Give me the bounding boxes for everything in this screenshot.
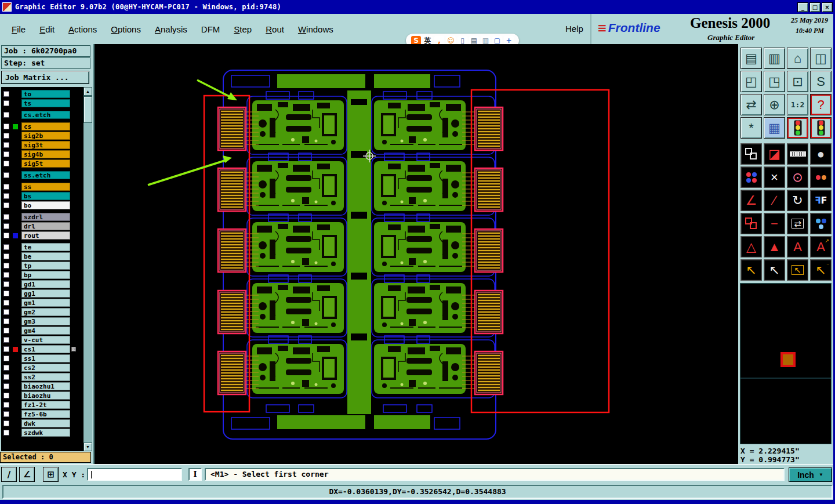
layer-checkbox[interactable] — [3, 309, 9, 315]
layer-checkbox[interactable] — [3, 142, 9, 148]
layer-row-gm3[interactable]: gm3 — [1, 317, 83, 326]
layer-row-bs[interactable]: bs — [1, 191, 83, 201]
layer-row-cs.etch[interactable]: cs.etch — [1, 110, 83, 119]
layer-row-biaozhu[interactable]: biaozhu — [1, 391, 83, 400]
preview-panel[interactable] — [740, 283, 832, 444]
layer-checkbox[interactable] — [3, 151, 9, 157]
zoom-fit-button[interactable]: ⊡ — [787, 71, 808, 92]
layer-row-be[interactable]: be — [1, 252, 83, 261]
tile-windows-button[interactable]: ◫ — [810, 48, 832, 69]
delete-button[interactable]: × — [764, 166, 785, 188]
letter-a-arrow-button[interactable]: A↗ — [810, 236, 832, 258]
xy-input[interactable] — [88, 470, 181, 480]
units-button[interactable]: Inch ▼ — [789, 467, 832, 482]
layer-row-ss[interactable]: ss — [1, 182, 83, 191]
menu-edit[interactable]: Edit — [39, 24, 55, 34]
layer-row-bp[interactable]: bp — [1, 270, 83, 280]
layer-row-cs2[interactable]: cs2 — [1, 363, 83, 372]
layer-row-biaozhu1[interactable]: biaozhu1 — [1, 382, 83, 391]
circle-select-button[interactable]: ⊙ — [787, 166, 808, 188]
pads-button[interactable] — [740, 166, 762, 188]
layer-checkbox[interactable] — [3, 365, 9, 371]
layer-row-gm4[interactable]: gm4 — [1, 326, 83, 335]
layer-row-gg1[interactable]: gg1 — [1, 289, 83, 298]
layer-checkbox[interactable] — [3, 402, 9, 408]
help-mode-button[interactable]: ? — [810, 94, 832, 115]
zoom-prev-button[interactable]: ◰ — [740, 71, 762, 92]
layer-checkbox[interactable] — [3, 133, 9, 139]
grid-snap-button[interactable]: ⊞ — [43, 467, 59, 482]
layer-checkbox[interactable] — [3, 374, 9, 380]
center-view-button[interactable]: ⊕ — [764, 94, 785, 115]
triangle-outline-button[interactable]: △ — [740, 236, 762, 258]
rotate-button[interactable]: ↻ — [787, 190, 808, 211]
menu-windows[interactable]: Windows — [298, 24, 333, 34]
scroll-thumb[interactable] — [84, 96, 92, 123]
layer-checkbox[interactable] — [3, 356, 9, 361]
layer-row-fz1-2t[interactable]: fz1-2t — [1, 400, 83, 409]
menu-step[interactable]: Step — [234, 24, 252, 34]
select-cursor-button[interactable]: ↖ — [740, 259, 762, 281]
layer-checkbox[interactable] — [3, 172, 9, 178]
menu-help[interactable]: Help — [565, 14, 583, 44]
slant-line-button[interactable]: ∕ — [764, 190, 785, 211]
layer-checkbox[interactable] — [3, 337, 9, 343]
menu-rout[interactable]: Rout — [266, 24, 284, 34]
layer-row-fz5-6b[interactable]: fz5-6b — [1, 409, 83, 419]
layer-row-sig3t[interactable]: sig3t — [1, 140, 83, 150]
layer-row-rout[interactable]: rout — [1, 231, 83, 240]
layer-checkbox[interactable] — [3, 112, 9, 118]
layer-checkbox[interactable] — [3, 300, 9, 306]
save-screen-button[interactable]: ▤ — [740, 48, 762, 69]
grid-toggle-button[interactable]: ▦ — [764, 117, 785, 139]
restore-button[interactable]: □ — [809, 2, 821, 12]
triangle-fill-button[interactable]: ▲ — [764, 236, 785, 258]
layer-row-ss1[interactable]: ss1 — [1, 354, 83, 363]
ruler-button[interactable] — [787, 143, 808, 165]
layer-row-sig4b[interactable]: sig4b — [1, 150, 83, 159]
layer-checkbox[interactable] — [3, 383, 9, 389]
transform-box-button[interactable]: ⇄ — [787, 213, 808, 234]
layer-row-bo[interactable]: bo — [1, 201, 83, 210]
layer-checkbox[interactable] — [3, 253, 9, 259]
corner-shape-button[interactable]: ◪ — [764, 143, 785, 165]
layer-checkbox[interactable] — [3, 420, 9, 426]
layer-checkbox[interactable] — [3, 161, 9, 166]
blue-balls-button[interactable] — [810, 213, 832, 234]
layer-checkbox[interactable] — [3, 91, 9, 97]
layer-checkbox[interactable] — [3, 244, 9, 250]
layer-scrollbar[interactable]: ▲ ▼ — [84, 87, 92, 451]
pcb-canvas[interactable] — [95, 44, 738, 464]
nested-squares-button[interactable] — [740, 213, 762, 234]
layer-row-gm2[interactable]: gm2 — [1, 307, 83, 317]
layer-row-ss2[interactable]: ss2 — [1, 372, 83, 382]
layer-checkbox[interactable] — [3, 124, 9, 129]
layer-row-gm1[interactable]: gm1 — [1, 298, 83, 307]
letter-a-button[interactable]: A — [787, 236, 808, 258]
layer-row-drl[interactable]: drl — [1, 222, 83, 231]
layer-row-ss.etch[interactable]: ss.etch — [1, 171, 83, 180]
layer-checkbox[interactable] — [3, 184, 9, 190]
pan-arrows-button[interactable]: ⇄ — [740, 94, 762, 115]
measure-angle-button[interactable]: ∠ — [19, 467, 35, 482]
layer-lights-alt-button[interactable] — [810, 117, 832, 139]
layer-checkbox[interactable] — [3, 291, 9, 296]
menu-dfm[interactable]: DFM — [201, 24, 220, 34]
close-button[interactable]: × — [822, 2, 833, 12]
select-box-cursor-button[interactable]: ↖ — [787, 259, 808, 281]
layer-checkbox[interactable] — [3, 430, 9, 436]
home-view-button[interactable]: ⌂ — [787, 48, 808, 69]
layer-row-v-cut[interactable]: v-cut — [1, 335, 83, 345]
layer-checkbox[interactable] — [3, 263, 9, 269]
layer-checkbox[interactable] — [3, 100, 9, 106]
two-pads-button[interactable] — [810, 166, 832, 188]
minimize-button[interactable]: _ — [797, 2, 808, 12]
layer-row-sig5t[interactable]: sig5t — [1, 159, 83, 168]
zoom-next-button[interactable]: ◳ — [764, 71, 785, 92]
layer-checkbox[interactable] — [3, 214, 9, 220]
layer-row-cs1[interactable]: cs1▫ — [1, 345, 83, 354]
layer-checkbox[interactable] — [3, 393, 9, 398]
menu-options[interactable]: Options — [111, 24, 141, 34]
utilities-button[interactable]: * — [740, 117, 762, 139]
layer-lights-button[interactable] — [787, 117, 808, 139]
